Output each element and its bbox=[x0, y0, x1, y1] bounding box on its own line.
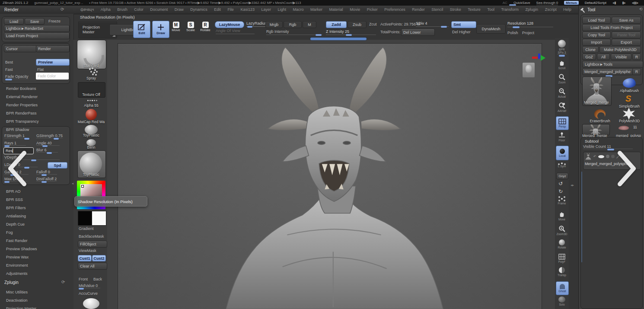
cursor-button[interactable]: Cursor bbox=[4, 45, 37, 52]
spix-slider[interactable]: SPix 3 bbox=[556, 51, 568, 57]
floor-button[interactable]: Floor bbox=[556, 132, 568, 142]
front-button[interactable]: Front bbox=[79, 277, 88, 281]
section-deactivation[interactable]: Deactivation bbox=[6, 298, 28, 303]
freeze-button[interactable]: Freeze bbox=[48, 19, 61, 23]
subtool-scrollbar[interactable] bbox=[581, 172, 582, 262]
mrgb-button[interactable]: Mrgb bbox=[265, 21, 283, 28]
best-button[interactable]: Best bbox=[5, 60, 13, 64]
rgb-intensity-nub[interactable] bbox=[316, 34, 322, 36]
distfalloff-slider[interactable]: DistFalloff 2 bbox=[36, 177, 57, 182]
smt-button[interactable]: Smt bbox=[451, 21, 476, 28]
zcut-button[interactable]: Zcut bbox=[369, 22, 377, 26]
distfalloff-nub[interactable] bbox=[41, 181, 47, 183]
menu-item-color[interactable]: Color bbox=[134, 7, 143, 12]
eye-icon[interactable] bbox=[598, 155, 604, 158]
backfacemask-button[interactable]: BackfaceMask bbox=[79, 234, 104, 239]
transp-button[interactable]: Transp bbox=[556, 267, 568, 277]
menu-item-draw[interactable]: Draw bbox=[175, 7, 184, 12]
scale-button[interactable]: S Scale bbox=[183, 22, 198, 32]
section-depth-cue[interactable]: Depth Cue bbox=[6, 222, 25, 226]
visible-count-nub[interactable] bbox=[607, 149, 614, 150]
fade-color-swatch[interactable]: Fade Color bbox=[36, 73, 69, 80]
menu-item-kasi123[interactable]: Kasi123 bbox=[240, 7, 255, 12]
make-polymesh3d-button[interactable]: Make PolyMesh3D bbox=[599, 46, 641, 53]
draw-button[interactable]: Draw bbox=[152, 21, 169, 38]
nav-next-chevron[interactable] bbox=[617, 150, 637, 187]
section-preview-shadows[interactable]: Preview Shadows bbox=[6, 247, 37, 251]
section-render-properties[interactable]: Render Properties bbox=[6, 103, 38, 107]
eraserbrush-icon[interactable] bbox=[594, 109, 606, 119]
load-button[interactable]: Load bbox=[4, 18, 24, 25]
cust1-button[interactable]: Cust1 bbox=[78, 255, 92, 261]
menu-item-document[interactable]: Document bbox=[150, 7, 168, 12]
nav-previous-chevron[interactable] bbox=[7, 150, 27, 187]
section-misc-utilities[interactable]: Misc Utilities bbox=[6, 290, 28, 294]
simplebrush-icon[interactable]: S bbox=[625, 94, 631, 104]
menu-item-preferences[interactable]: Preferences bbox=[384, 7, 405, 12]
menu-item-layer[interactable]: Layer bbox=[261, 7, 271, 12]
rotate-left-icon[interactable]: ↺ bbox=[558, 181, 563, 187]
section-fog[interactable]: Fog bbox=[6, 230, 13, 235]
local-button[interactable]: Local bbox=[556, 146, 569, 160]
canvas-area[interactable] bbox=[107, 40, 555, 309]
rgb-intensity-slider[interactable]: Rgb Intensity bbox=[266, 29, 289, 34]
z-intensity-slider[interactable]: Z Intensity 25 bbox=[326, 29, 349, 34]
export-button[interactable]: Export bbox=[612, 39, 641, 46]
z-intensity-nub[interactable] bbox=[346, 34, 352, 36]
render-button[interactable]: Render bbox=[36, 45, 70, 52]
section-antialiasing[interactable]: Antialiasing bbox=[6, 214, 26, 218]
load-tools-from-project-button[interactable]: Load Tools From Project bbox=[582, 24, 641, 31]
angle-nub[interactable] bbox=[42, 145, 48, 147]
dock-left-icon[interactable]: ◂▮ bbox=[612, 1, 616, 5]
zplugin-refresh-icon[interactable]: ⟳ bbox=[61, 280, 65, 284]
current-tool-field[interactable]: Merged_merged_polysphe bbox=[582, 68, 633, 75]
tool-refresh-icon[interactable]: ⟲ bbox=[639, 7, 643, 11]
blur-nub[interactable] bbox=[47, 152, 52, 154]
zoom-button[interactable]: Zoom bbox=[556, 73, 568, 84]
gradient-button[interactable]: Gradient bbox=[79, 226, 94, 231]
dynamesh-button[interactable]: DynaMesh bbox=[476, 24, 506, 34]
alphabrush-icon[interactable] bbox=[623, 78, 636, 88]
section-external-renderer[interactable]: External Renderer bbox=[6, 95, 38, 99]
section-projection-master[interactable]: Projection Master bbox=[6, 306, 36, 309]
angle-slider[interactable]: Angle 40 bbox=[36, 141, 60, 146]
save-button[interactable]: Save bbox=[25, 18, 45, 25]
goz-r-button[interactable]: R bbox=[632, 54, 641, 60]
polish-button[interactable]: Polish bbox=[507, 31, 518, 35]
menu-item-dynamics[interactable]: Dynamics bbox=[190, 7, 207, 12]
fstrength-nub[interactable] bbox=[24, 138, 29, 140]
load-from-project-button[interactable]: Load From Project bbox=[4, 32, 70, 39]
section-render-booleans[interactable]: Render Booleans bbox=[6, 86, 36, 91]
lightbox-tools-button[interactable]: Lightbox►Tools bbox=[582, 61, 643, 68]
menu-item-zplugin[interactable]: Zplugin bbox=[526, 7, 539, 12]
solo-button[interactable]: Solo bbox=[556, 296, 568, 306]
vdepth-nub[interactable] bbox=[31, 159, 36, 161]
spd-button[interactable]: Spd bbox=[48, 162, 67, 169]
angle-of-view-slider[interactable]: Angle Of View bbox=[216, 29, 240, 33]
sdiv-nub[interactable] bbox=[441, 26, 447, 28]
gxyz-button[interactable]: Gxyz bbox=[556, 173, 568, 179]
menu-item-marker[interactable]: Marker bbox=[310, 7, 322, 12]
rgb-button[interactable]: Rgb bbox=[284, 21, 302, 28]
resolution-slider[interactable]: Resolution 128 bbox=[507, 21, 533, 25]
dock-right-icon[interactable]: ▮▸ bbox=[622, 1, 625, 5]
move-button[interactable]: M Move bbox=[169, 22, 183, 32]
sdiv-slider[interactable]: SDiv 4 bbox=[416, 21, 427, 25]
palette-refresh-icon[interactable]: ⟳ bbox=[61, 7, 64, 12]
cust2-button[interactable]: Cust2 bbox=[92, 255, 106, 261]
menu-item-zscript[interactable]: Zscript bbox=[545, 7, 557, 12]
paste-tool-button[interactable]: Paste Tool bbox=[612, 32, 641, 38]
accucurve-button[interactable]: AccuCurve bbox=[79, 291, 98, 296]
resolution-nub[interactable] bbox=[513, 26, 520, 28]
actual-button[interactable]: Actual bbox=[556, 88, 568, 98]
zsub-button[interactable]: Zsub bbox=[348, 21, 367, 28]
right-divider-arrow[interactable]: ◂▸ bbox=[571, 183, 574, 187]
save-as-button[interactable]: Save As bbox=[612, 17, 641, 24]
menus-button[interactable]: Menus bbox=[564, 1, 578, 5]
clone-button[interactable]: Clone bbox=[582, 46, 599, 53]
menu-item-stencil[interactable]: Stencil bbox=[431, 7, 443, 12]
section-bpr-ao[interactable]: BPR AO bbox=[6, 189, 21, 194]
frame-button[interactable]: Frame bbox=[556, 198, 568, 205]
menu-item-movie[interactable]: Movie bbox=[350, 7, 360, 12]
section-fast-render[interactable]: Fast Render bbox=[6, 239, 28, 243]
